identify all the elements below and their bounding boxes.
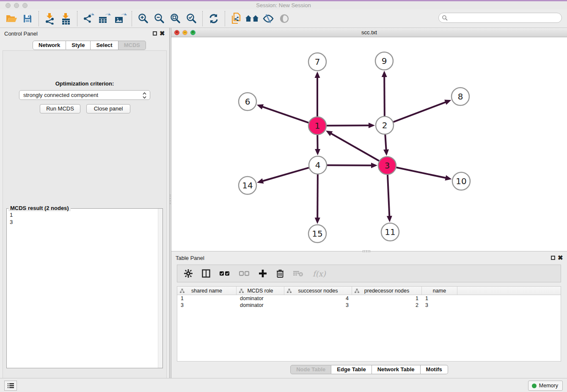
show-all-networks-button[interactable] bbox=[245, 11, 259, 26]
close-panel-icon[interactable]: ✖ bbox=[160, 30, 165, 37]
zoom-fit-button[interactable] bbox=[168, 11, 182, 26]
mcds-result-list[interactable]: 1 3 bbox=[7, 210, 158, 368]
float-panel-icon[interactable] bbox=[153, 31, 157, 36]
mcds-panel-content: Optimization criterion: strongly connect… bbox=[3, 50, 167, 392]
memory-label: Memory bbox=[539, 383, 558, 389]
edge-3-10[interactable] bbox=[396, 168, 446, 178]
save-disk-icon bbox=[22, 14, 33, 24]
deselect-all-button[interactable] bbox=[239, 271, 249, 276]
zoom-selected-button[interactable] bbox=[184, 11, 198, 26]
split-panel-button[interactable] bbox=[202, 269, 210, 278]
zoom-in-button[interactable] bbox=[136, 11, 150, 26]
search-input[interactable] bbox=[438, 13, 562, 23]
tab-style[interactable]: Style bbox=[66, 41, 91, 50]
column-header-name[interactable]: name bbox=[422, 287, 457, 295]
import-network-button[interactable] bbox=[43, 11, 57, 26]
hide-selected-button[interactable] bbox=[261, 11, 275, 26]
export-table-button[interactable] bbox=[97, 11, 112, 26]
unchecked-boxes-icon bbox=[239, 271, 249, 276]
duplicate-network-button[interactable] bbox=[229, 11, 243, 26]
node-table-header: shared name MCDS role successor nodes pr… bbox=[177, 287, 561, 295]
delete-table-button[interactable] bbox=[293, 270, 303, 277]
column-header-shared-name[interactable]: shared name bbox=[177, 287, 237, 295]
export-network-button[interactable] bbox=[81, 11, 96, 26]
status-bar: Memory bbox=[0, 378, 567, 392]
edge-4-3[interactable] bbox=[327, 165, 372, 166]
table-row[interactable]: 1 dominator 4 1 1 bbox=[177, 295, 561, 302]
export-table-icon bbox=[98, 13, 111, 25]
select-all-button[interactable] bbox=[220, 271, 230, 276]
cell-name: 3 bbox=[422, 302, 457, 309]
export-image-button[interactable] bbox=[113, 11, 128, 26]
edge-3-1[interactable] bbox=[330, 133, 379, 161]
function-builder-button[interactable]: f(x) bbox=[313, 269, 326, 278]
edge-4-15[interactable] bbox=[317, 174, 318, 218]
tab-node-table[interactable]: Node Table bbox=[290, 365, 331, 374]
edge-arrowhead bbox=[315, 72, 320, 78]
trash-icon bbox=[276, 269, 284, 278]
graph-node-label: 15 bbox=[312, 229, 322, 239]
export-network-icon bbox=[83, 13, 94, 25]
cell-shared-name: 3 bbox=[177, 302, 237, 309]
edge-1-2[interactable] bbox=[327, 125, 369, 126]
edge-4-14[interactable] bbox=[262, 168, 309, 181]
edge-arrowhead bbox=[383, 149, 389, 156]
network-canvas[interactable]: 7968124314101511 bbox=[171, 37, 567, 251]
graph-node-label: 4 bbox=[315, 160, 321, 170]
hierarchy-icon bbox=[355, 289, 359, 293]
table-settings-button[interactable] bbox=[184, 269, 193, 278]
tab-motifs[interactable]: Motifs bbox=[421, 365, 448, 374]
node-table[interactable]: shared name MCDS role successor nodes pr… bbox=[177, 286, 561, 362]
import-network-icon bbox=[44, 13, 55, 25]
refresh-layout-button[interactable] bbox=[206, 11, 221, 26]
column-label: name bbox=[433, 288, 446, 294]
memory-status-dot bbox=[532, 384, 537, 388]
eye-disabled-icon bbox=[279, 13, 290, 24]
network-view-window: × – + scc.txt 7968124314101511 bbox=[171, 28, 567, 252]
zoom-out-button[interactable] bbox=[152, 11, 166, 26]
tab-select[interactable]: Select bbox=[91, 41, 118, 50]
mcds-result-scrollbar[interactable] bbox=[158, 209, 162, 368]
close-panel-button[interactable]: Close panel bbox=[86, 104, 130, 113]
edge-1-6[interactable] bbox=[262, 107, 308, 123]
tab-mcds[interactable]: MCDS bbox=[118, 41, 146, 50]
close-table-panel-icon[interactable]: ✖ bbox=[558, 254, 563, 262]
cell-successor-nodes: 4 bbox=[284, 295, 352, 302]
criterion-dropdown[interactable]: strongly connected component bbox=[19, 90, 150, 100]
column-label: predecessor nodes bbox=[364, 288, 409, 294]
splitter-handle[interactable] bbox=[170, 195, 171, 204]
cell-mcds-role: dominator bbox=[237, 302, 284, 309]
float-table-panel-icon[interactable] bbox=[551, 256, 555, 260]
import-table-button[interactable] bbox=[59, 11, 73, 26]
tab-network-table[interactable]: Network Table bbox=[372, 365, 421, 374]
network-window-titlebar[interactable]: × – + scc.txt bbox=[171, 28, 567, 37]
show-graphics-details-button[interactable] bbox=[277, 11, 292, 26]
task-history-button[interactable] bbox=[4, 381, 17, 391]
network-graph[interactable]: 7968124314101511 bbox=[171, 37, 567, 251]
edge-2-3[interactable] bbox=[385, 135, 386, 150]
edge-2-9[interactable] bbox=[384, 76, 385, 116]
edge-2-8[interactable] bbox=[394, 102, 446, 122]
edge-arrowhead bbox=[445, 175, 451, 181]
run-mcds-button[interactable]: Run MCDS bbox=[40, 104, 80, 113]
add-column-button[interactable] bbox=[259, 269, 267, 278]
save-session-button[interactable] bbox=[20, 11, 35, 26]
window-title: Session: New Session bbox=[0, 2, 567, 8]
edge-arrowhead bbox=[369, 123, 375, 128]
toolbar-separator bbox=[225, 11, 225, 26]
tab-network[interactable]: Network bbox=[33, 41, 66, 50]
edge-3-11[interactable] bbox=[388, 175, 389, 217]
cell-predecessor-nodes: 1 bbox=[352, 295, 422, 302]
table-row[interactable]: 3 dominator 3 2 3 bbox=[177, 302, 561, 309]
column-header-mcds-role[interactable]: MCDS role bbox=[237, 287, 284, 295]
table-panel: Table Panel ✖ f(x) bbox=[171, 252, 567, 378]
open-session-button[interactable] bbox=[4, 11, 19, 26]
import-table-icon bbox=[61, 13, 72, 25]
delete-column-button[interactable] bbox=[276, 269, 284, 278]
tab-edge-table[interactable]: Edge Table bbox=[331, 365, 372, 374]
column-header-predecessor-nodes[interactable]: predecessor nodes bbox=[352, 287, 422, 295]
table-tabs: Node Table Edge Table Network Table Moti… bbox=[171, 365, 567, 374]
memory-button[interactable]: Memory bbox=[528, 381, 563, 391]
column-header-successor-nodes[interactable]: successor nodes bbox=[284, 287, 352, 295]
list-icon bbox=[7, 383, 14, 389]
